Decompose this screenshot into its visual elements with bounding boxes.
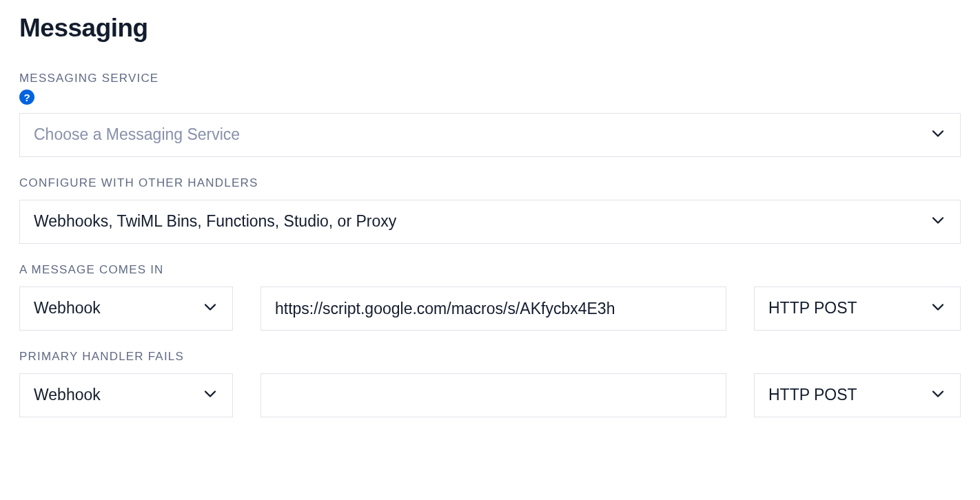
message-in-url-input[interactable]	[261, 287, 726, 331]
messaging-service-select[interactable]: Choose a Messaging Service	[19, 113, 961, 157]
primary-fail-method-value: HTTP POST	[768, 386, 857, 405]
primary-fail-type-value: Webhook	[34, 386, 101, 405]
chevron-down-icon	[201, 298, 220, 320]
chevron-down-icon	[928, 124, 948, 146]
configure-handlers-select[interactable]: Webhooks, TwiML Bins, Functions, Studio,…	[19, 200, 961, 244]
help-icon[interactable]: ?	[19, 90, 34, 105]
message-in-type-value: Webhook	[34, 299, 101, 318]
messaging-service-placeholder: Choose a Messaging Service	[34, 125, 240, 145]
configure-handlers-group: CONFIGURE WITH OTHER HANDLERS Webhooks, …	[19, 176, 961, 244]
message-in-group: A MESSAGE COMES IN Webhook HTTP POST	[19, 263, 961, 331]
page-title: Messaging	[19, 14, 961, 43]
primary-fail-group: PRIMARY HANDLER FAILS Webhook HTTP POST	[19, 350, 961, 417]
primary-fail-type-select[interactable]: Webhook	[19, 373, 233, 417]
message-in-label: A MESSAGE COMES IN	[19, 263, 961, 277]
message-in-method-select[interactable]: HTTP POST	[754, 287, 961, 331]
message-in-method-value: HTTP POST	[768, 299, 857, 318]
chevron-down-icon	[928, 211, 948, 233]
primary-fail-method-select[interactable]: HTTP POST	[754, 373, 961, 417]
configure-handlers-label: CONFIGURE WITH OTHER HANDLERS	[19, 176, 961, 190]
chevron-down-icon	[928, 298, 948, 320]
messaging-service-label: MESSAGING SERVICE	[19, 72, 961, 85]
message-in-type-select[interactable]: Webhook	[19, 287, 233, 331]
chevron-down-icon	[201, 384, 220, 406]
messaging-service-group: MESSAGING SERVICE ? Choose a Messaging S…	[19, 72, 961, 157]
chevron-down-icon	[928, 384, 948, 406]
configure-handlers-value: Webhooks, TwiML Bins, Functions, Studio,…	[34, 212, 396, 231]
primary-fail-label: PRIMARY HANDLER FAILS	[19, 350, 961, 364]
primary-fail-url-input[interactable]	[261, 373, 726, 417]
